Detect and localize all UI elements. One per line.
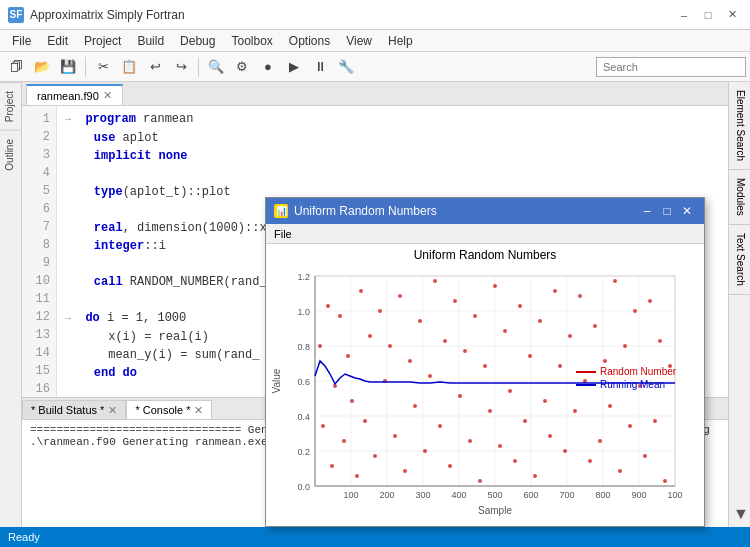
- svg-point-53: [378, 309, 382, 313]
- console-tab-close[interactable]: ✕: [194, 404, 203, 417]
- overlay-menu: File: [266, 224, 704, 244]
- search-button[interactable]: 🔍: [204, 55, 228, 79]
- svg-text:0.6: 0.6: [297, 377, 310, 387]
- maximize-button[interactable]: □: [698, 7, 718, 23]
- svg-point-41: [326, 304, 330, 308]
- tab-console[interactable]: * Console * ✕: [126, 400, 212, 419]
- build-run-button[interactable]: ▶: [282, 55, 306, 79]
- svg-point-44: [338, 314, 342, 318]
- svg-text:800: 800: [595, 490, 610, 500]
- tab-label: ranmean.f90: [37, 90, 99, 102]
- menu-edit[interactable]: Edit: [39, 30, 76, 52]
- open-button[interactable]: 📂: [30, 55, 54, 79]
- svg-text:100: 100: [343, 490, 358, 500]
- overlay-controls: – □ ✕: [638, 202, 696, 220]
- new-file-button[interactable]: 🗍: [4, 55, 28, 79]
- svg-point-75: [488, 409, 492, 413]
- sidebar-text-search[interactable]: Text Search: [729, 225, 750, 295]
- svg-point-103: [628, 424, 632, 428]
- svg-point-109: [658, 339, 662, 343]
- svg-point-69: [458, 394, 462, 398]
- overlay-window: 📊 Uniform Random Numbers – □ ✕ File Unif…: [265, 197, 705, 527]
- sidebar-outline[interactable]: Outline: [0, 130, 21, 179]
- svg-text:Value: Value: [271, 368, 282, 393]
- menu-options[interactable]: Options: [281, 30, 338, 52]
- menu-debug[interactable]: Debug: [172, 30, 223, 52]
- tab-close-icon[interactable]: ✕: [103, 89, 112, 102]
- scroll-down-icon[interactable]: ▼: [729, 501, 750, 527]
- svg-point-50: [363, 419, 367, 423]
- toolbar-sep-2: [198, 57, 199, 77]
- menu-view[interactable]: View: [338, 30, 380, 52]
- svg-point-70: [463, 349, 467, 353]
- overlay-minimize[interactable]: –: [638, 202, 656, 220]
- menu-toolbox[interactable]: Toolbox: [223, 30, 280, 52]
- menu-build[interactable]: Build: [129, 30, 172, 52]
- copy-button[interactable]: 📋: [117, 55, 141, 79]
- menu-help[interactable]: Help: [380, 30, 421, 52]
- chart-svg: 0.0 0.2 0.4 0.6 0.8 1.0 1.2 100 200 300 …: [270, 266, 690, 536]
- overlay-close[interactable]: ✕: [678, 202, 696, 220]
- svg-point-61: [418, 319, 422, 323]
- cut-button[interactable]: ✂: [91, 55, 115, 79]
- svg-point-83: [528, 354, 532, 358]
- sidebar-modules[interactable]: Modules: [729, 170, 750, 225]
- save-button[interactable]: 💾: [56, 55, 80, 79]
- svg-point-88: [553, 289, 557, 293]
- svg-point-98: [603, 359, 607, 363]
- console-label: * Console *: [135, 404, 190, 416]
- svg-text:1.2: 1.2: [297, 272, 310, 282]
- legend-mean: Running Mean: [600, 379, 665, 390]
- overlay-title: Uniform Random Numbers: [294, 204, 638, 218]
- svg-point-56: [393, 434, 397, 438]
- svg-point-39: [318, 344, 322, 348]
- tab-ranmean[interactable]: ranmean.f90 ✕: [26, 84, 123, 105]
- tools-button[interactable]: 🔧: [334, 55, 358, 79]
- run-button[interactable]: ●: [256, 55, 280, 79]
- sidebar-element-search[interactable]: Element Search: [729, 82, 750, 170]
- build-tab-close[interactable]: ✕: [108, 404, 117, 417]
- svg-point-79: [508, 389, 512, 393]
- search-input[interactable]: [596, 57, 746, 77]
- window-controls: – □ ✕: [674, 7, 742, 23]
- sidebar-project[interactable]: Project: [0, 82, 21, 130]
- svg-point-60: [413, 404, 417, 408]
- svg-text:400: 400: [451, 490, 466, 500]
- svg-point-47: [350, 399, 354, 403]
- svg-text:200: 200: [379, 490, 394, 500]
- pause-button[interactable]: ⏸: [308, 55, 332, 79]
- svg-point-99: [608, 404, 612, 408]
- tab-bar: ranmean.f90 ✕: [22, 82, 728, 106]
- minimize-button[interactable]: –: [674, 7, 694, 23]
- menu-file[interactable]: File: [4, 30, 39, 52]
- svg-point-106: [643, 454, 647, 458]
- redo-button[interactable]: ↪: [169, 55, 193, 79]
- svg-text:0.4: 0.4: [297, 412, 310, 422]
- title-bar: SF Approximatrix Simply Fortran – □ ✕: [0, 0, 750, 30]
- chart-legend: Random Number Running Mean: [576, 366, 676, 390]
- svg-point-84: [533, 474, 537, 478]
- main-area: Project Outline ranmean.f90 ✕ 12345 6789…: [0, 82, 750, 527]
- svg-point-57: [398, 294, 402, 298]
- svg-text:600: 600: [523, 490, 538, 500]
- svg-point-95: [588, 459, 592, 463]
- svg-text:0.0: 0.0: [297, 482, 310, 492]
- svg-point-78: [503, 329, 507, 333]
- toolbar-sep-1: [85, 57, 86, 77]
- close-button[interactable]: ✕: [722, 7, 742, 23]
- overlay-maximize[interactable]: □: [658, 202, 676, 220]
- menu-project[interactable]: Project: [76, 30, 129, 52]
- svg-text:700: 700: [559, 490, 574, 500]
- settings-button[interactable]: ⚙: [230, 55, 254, 79]
- overlay-menu-file[interactable]: File: [274, 228, 292, 240]
- build-status-label: * Build Status *: [31, 404, 104, 416]
- app-icon: SF: [8, 7, 24, 23]
- svg-point-71: [468, 439, 472, 443]
- undo-button[interactable]: ↩: [143, 55, 167, 79]
- tab-build-status[interactable]: * Build Status * ✕: [22, 400, 126, 419]
- line-numbers: 12345 678910 1112131415 1617181920 21: [22, 106, 57, 397]
- svg-text:0.2: 0.2: [297, 447, 310, 457]
- svg-point-110: [663, 479, 667, 483]
- svg-point-101: [618, 469, 622, 473]
- svg-point-91: [568, 334, 572, 338]
